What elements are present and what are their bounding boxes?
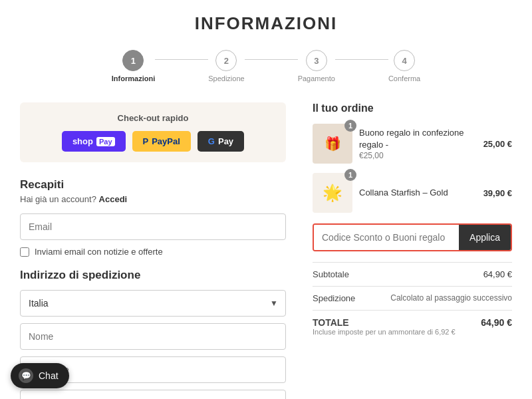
- item-1-info: Buono regalo in confezione regalo - €25,…: [359, 127, 477, 160]
- paypal-button[interactable]: P PayPal: [132, 131, 191, 152]
- total-line: TOTALE Incluse imposte per un ammontare …: [313, 310, 512, 342]
- shoppay-icon: shop: [72, 136, 93, 146]
- newsletter-row: Inviami email con notizie e offerte: [20, 247, 286, 257]
- shipping-value: Calcolato al passaggio successivo: [390, 293, 512, 303]
- coupon-input[interactable]: [314, 225, 459, 250]
- gpay-button[interactable]: G Pay: [198, 131, 244, 152]
- company-input[interactable]: [20, 390, 286, 399]
- order-items: 🎁 1 Buono regalo in confezione regalo - …: [313, 124, 512, 213]
- shoppay-pay: Pay: [96, 137, 115, 146]
- step-3: 3 Pagamento: [298, 50, 335, 82]
- step-2: 2 Spedizione: [208, 50, 244, 82]
- gpay-label: Pay: [218, 136, 233, 146]
- chat-label: Chat: [39, 370, 59, 381]
- quick-checkout-title: Check-out rapido: [33, 113, 273, 123]
- country-select-wrapper: Italia Francia Germania Spagna USA ▼: [20, 290, 286, 317]
- step-2-label: Spedizione: [208, 74, 244, 82]
- newsletter-label: Inviami email con notizie e offerte: [35, 247, 163, 257]
- step-connector-2: [245, 59, 298, 61]
- step-1-circle: 1: [122, 50, 144, 71]
- chat-icon: 💬: [19, 368, 33, 383]
- subtotal-label: Subtotale: [313, 269, 349, 279]
- shipping-line: Spedizione Calcolato al passaggio succes…: [313, 286, 512, 310]
- newsletter-checkbox[interactable]: [20, 247, 29, 257]
- contact-subtitle: Hai già un account? Accedi: [20, 194, 286, 204]
- item-1-name: Buono regalo in confezione regalo -: [359, 127, 477, 151]
- gpay-g: G: [208, 136, 215, 146]
- contact-title: Recapiti: [20, 178, 286, 192]
- item-2-price: 39,90 €: [483, 188, 512, 198]
- order-item-1: 🎁 1 Buono regalo in confezione regalo - …: [313, 124, 512, 164]
- item-1-price: 25,00 €: [483, 139, 512, 149]
- page-container: INFORMAZIONI 1 Informazioni 2 Spedizione…: [0, 0, 532, 399]
- payment-buttons: shop Pay P PayPal G Pay: [33, 131, 273, 152]
- shoppay-button[interactable]: shop Pay: [62, 131, 126, 152]
- step-3-label: Pagamento: [298, 74, 335, 82]
- item-2-image-wrap: 🌟 1: [313, 173, 352, 213]
- step-1-label: Informazioni: [112, 74, 155, 82]
- step-4: 4 Conferma: [388, 50, 420, 82]
- step-1: 1 Informazioni: [112, 50, 155, 82]
- main-content: Check-out rapido shop Pay P PayPal G Pay: [20, 102, 512, 399]
- item-2-name: Collana Starfish – Gold: [359, 187, 477, 199]
- order-item-2: 🌟 1 Collana Starfish – Gold 39,90 €: [313, 173, 512, 213]
- step-3-circle: 3: [306, 50, 327, 71]
- left-column: Check-out rapido shop Pay P PayPal G Pay: [20, 102, 286, 399]
- contact-section: Recapiti Hai già un account? Accedi Invi…: [20, 178, 286, 257]
- item-2-badge: 1: [344, 169, 356, 181]
- coupon-section: Applica: [313, 223, 512, 251]
- quick-checkout-section: Check-out rapido shop Pay P PayPal G Pay: [20, 102, 286, 162]
- step-4-label: Conferma: [388, 74, 420, 82]
- step-4-circle: 4: [394, 50, 415, 71]
- country-select[interactable]: Italia Francia Germania Spagna USA: [20, 290, 286, 317]
- item-2-info: Collana Starfish – Gold: [359, 187, 477, 199]
- subtotal-value: 64,90 €: [483, 269, 512, 279]
- order-title: Il tuo ordine: [313, 102, 512, 114]
- item-1-badge: 1: [344, 120, 356, 132]
- stepper: 1 Informazioni 2 Spedizione 3 Pagamento …: [20, 50, 512, 82]
- shipping-title: Indirizzo di spedizione: [20, 269, 286, 282]
- total-label: TOTALE Incluse imposte per un ammontare …: [313, 317, 456, 336]
- step-2-circle: 2: [215, 50, 237, 71]
- total-value: 64,90 €: [481, 317, 512, 336]
- paypal-icon: P: [143, 136, 149, 146]
- login-link[interactable]: Accedi: [99, 194, 128, 204]
- chat-button[interactable]: 💬 Chat: [11, 363, 69, 388]
- paypal-label: PayPal: [152, 136, 180, 146]
- item-1-image-wrap: 🎁 1: [313, 124, 352, 164]
- item-1-variant: €25,00: [359, 151, 477, 160]
- shipping-label: Spedizione: [313, 293, 355, 303]
- page-title: INFORMAZIONI: [20, 13, 512, 34]
- step-connector-3: [335, 59, 388, 61]
- subtotal-line: Subtotale 64,90 €: [313, 262, 512, 286]
- name-input[interactable]: [20, 323, 286, 350]
- email-input[interactable]: [20, 213, 286, 240]
- step-connector-1: [155, 59, 208, 61]
- total-sub-text: Incluse imposte per un ammontare di 6,92…: [313, 328, 456, 336]
- coupon-apply-button[interactable]: Applica: [459, 225, 511, 250]
- right-column: Il tuo ordine 🎁 1 Buono regalo in confez…: [313, 102, 512, 399]
